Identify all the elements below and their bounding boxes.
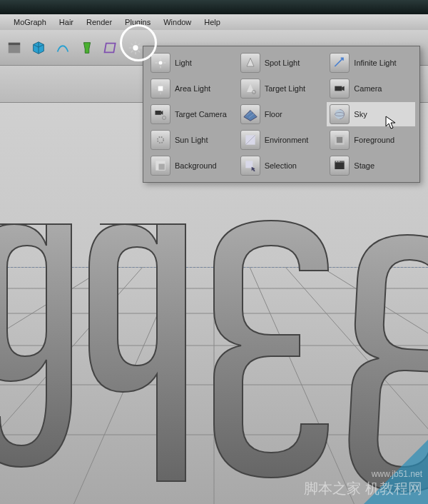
svg-line-10 (131, 50, 133, 52)
menu-render[interactable]: Render (80, 16, 118, 29)
popup-item-infinite-light[interactable]: Infinite Light (327, 51, 415, 75)
popup-label: Target Light (265, 84, 305, 93)
svg-rect-23 (335, 86, 342, 91)
popup-label: Infinite Light (354, 59, 396, 67)
light-objects-popup: Light Spot Light Infinite Light Area Lig… (143, 46, 420, 183)
popup-item-light[interactable]: Light (148, 51, 236, 75)
target-camera-icon (151, 104, 170, 124)
menubar: MoGraph Hair Render Plugins Window Help (0, 14, 428, 30)
popup-label: Foreground (354, 136, 394, 144)
popup-label: Stage (354, 161, 374, 170)
toolbar-glass-icon[interactable] (76, 36, 98, 59)
mouse-cursor-icon (385, 116, 397, 130)
svg-line-11 (138, 43, 141, 45)
toolbar-deformer-icon[interactable] (100, 36, 123, 59)
svg-line-9 (138, 50, 141, 52)
popup-label: Light (175, 59, 192, 67)
popup-item-area-light[interactable]: Area Light (148, 76, 236, 101)
popup-item-target-camera[interactable]: Target Camera (148, 102, 236, 126)
watermark-text: www.jb51.net 脚本之家 机教程网 (304, 469, 422, 498)
popup-label: Sky (354, 110, 367, 119)
toolbar-cube-icon[interactable] (27, 36, 50, 59)
spot-light-icon (240, 53, 260, 73)
camera-icon (330, 79, 350, 99)
menu-hair[interactable]: Hair (53, 16, 80, 29)
toolbar-clapper-icon[interactable] (3, 36, 26, 59)
floor-icon (240, 104, 260, 124)
area-light-icon (151, 79, 170, 99)
popup-item-spot-light[interactable]: Spot Light (238, 51, 326, 75)
watermark-big: 脚本之家 (304, 480, 361, 496)
svg-rect-0 (9, 45, 21, 53)
popup-label: Area Light (175, 84, 210, 93)
svg-rect-17 (158, 86, 163, 91)
popup-label: Selection (265, 161, 297, 170)
light-icon (151, 53, 170, 73)
svg-rect-1 (9, 42, 21, 45)
popup-item-foreground[interactable]: Foreground (327, 128, 415, 152)
svg-point-39 (339, 161, 340, 162)
toolbar-spline-icon[interactable] (51, 36, 74, 59)
popup-label: Sun Light (175, 136, 208, 144)
popup-item-camera[interactable]: Camera (327, 76, 415, 101)
infinite-light-icon (330, 53, 350, 73)
watermark-site: 机教程网 (365, 480, 422, 496)
svg-point-25 (163, 116, 166, 120)
stage-icon (330, 156, 350, 176)
svg-rect-36 (335, 162, 345, 169)
popup-item-floor[interactable]: Floor (238, 102, 326, 126)
svg-rect-32 (337, 137, 342, 143)
background-icon (151, 156, 170, 176)
popup-item-selection[interactable]: Selection (238, 153, 326, 178)
popup-label: Environment (265, 136, 309, 144)
watermark-url: www.jb51.net (304, 469, 422, 479)
svg-rect-34 (159, 164, 165, 170)
popup-label: Target Camera (175, 110, 227, 119)
svg-point-12 (159, 61, 163, 65)
menu-mograph[interactable]: MoGraph (7, 16, 53, 29)
svg-point-38 (336, 161, 337, 162)
popup-item-target-light[interactable]: Target Light (238, 76, 326, 101)
foreground-icon (330, 130, 350, 150)
svg-rect-2 (105, 43, 116, 52)
svg-line-8 (131, 43, 133, 45)
popup-item-background[interactable]: Background (148, 153, 236, 178)
svg-rect-24 (156, 111, 161, 115)
window-titlebar (0, 0, 428, 14)
sky-icon (330, 104, 350, 124)
popup-label: Floor (265, 110, 282, 119)
popup-item-stage[interactable]: Stage (327, 153, 415, 178)
svg-point-30 (158, 137, 163, 143)
popup-label: Camera (354, 84, 382, 93)
menu-plugins[interactable]: Plugins (118, 16, 157, 29)
environment-icon (240, 130, 260, 150)
popup-item-environment[interactable]: Environment (238, 128, 326, 152)
target-light-icon (240, 79, 260, 99)
svg-point-3 (133, 45, 138, 50)
popup-item-sky[interactable]: Sky (327, 102, 415, 126)
popup-item-sun-light[interactable]: Sun Light (148, 128, 236, 152)
selection-icon (240, 156, 260, 176)
popup-label: Spot Light (265, 59, 300, 67)
menu-window[interactable]: Window (157, 16, 198, 29)
sun-light-icon (151, 130, 170, 150)
menu-help[interactable]: Help (198, 16, 227, 29)
popup-label: Background (175, 161, 217, 170)
